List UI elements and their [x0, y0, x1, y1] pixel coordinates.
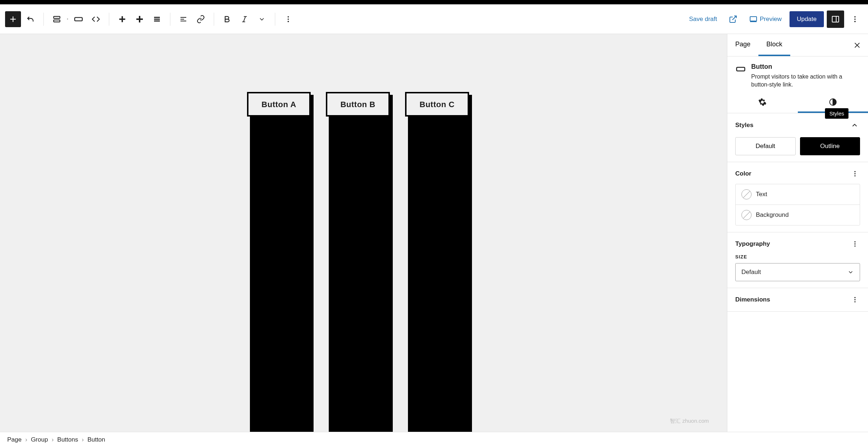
align-left-icon — [179, 15, 188, 24]
panel-options[interactable] — [850, 295, 860, 305]
svg-rect-24 — [832, 16, 839, 22]
button-block-b[interactable]: Button B — [326, 92, 390, 432]
svg-point-35 — [854, 175, 855, 176]
color-swatch-empty — [741, 210, 752, 220]
button-block-c[interactable]: Button C — [405, 92, 469, 432]
move-up-button[interactable] — [114, 11, 130, 27]
code-view-button[interactable] — [88, 11, 104, 27]
kebab-icon — [851, 240, 859, 248]
buttons-block[interactable]: Button A Button B Button C — [247, 92, 469, 432]
select-value: Default — [741, 269, 761, 276]
view-page-button[interactable] — [725, 11, 741, 27]
svg-point-41 — [854, 301, 855, 302]
size-label: SIZE — [735, 254, 860, 260]
panel-options[interactable] — [850, 239, 860, 249]
preview-button[interactable]: Preview — [744, 11, 787, 27]
style-outline[interactable]: Outline — [800, 137, 860, 155]
desktop-icon — [749, 15, 758, 24]
button-block-a[interactable]: Button A — [247, 92, 311, 432]
chevron-up-icon — [851, 121, 859, 129]
code-icon — [91, 14, 101, 24]
font-size-select[interactable]: Default — [735, 263, 860, 281]
crumb[interactable]: Buttons — [57, 436, 78, 443]
color-label: Text — [756, 191, 767, 198]
crumb[interactable]: Button — [88, 436, 105, 443]
button-label[interactable]: Button B — [326, 92, 390, 117]
sub-tab-settings[interactable] — [727, 93, 798, 113]
select-parent-button[interactable] — [22, 11, 38, 27]
color-text-row[interactable]: Text — [736, 184, 860, 204]
tab-block[interactable]: Block — [758, 34, 790, 56]
svg-point-27 — [854, 18, 856, 20]
block-name: Button — [751, 63, 860, 71]
separator — [214, 13, 214, 26]
svg-rect-8 — [136, 18, 143, 20]
panel-styles: Styles Styles Default Outline — [727, 113, 868, 162]
sidebar-toggle-button[interactable] — [827, 10, 844, 28]
tab-page[interactable]: Page — [727, 34, 758, 56]
svg-rect-2 — [54, 16, 60, 18]
chevron-down-icon — [847, 269, 854, 275]
gear-icon — [758, 98, 767, 106]
link-icon — [196, 15, 205, 24]
button-block-icon — [735, 64, 746, 75]
update-button[interactable]: Update — [790, 11, 824, 27]
save-draft-button[interactable]: Save draft — [684, 12, 722, 26]
bold-button[interactable] — [219, 11, 235, 27]
button-label[interactable]: Button A — [247, 92, 311, 117]
svg-point-38 — [854, 245, 855, 246]
move-down-button[interactable] — [149, 11, 165, 27]
block-type-icon — [735, 64, 746, 89]
breadcrumb-bar: Page › Group › Buttons › Button — [0, 432, 868, 447]
svg-rect-4 — [75, 17, 82, 21]
style-default[interactable]: Default — [735, 137, 796, 155]
kebab-icon — [284, 15, 292, 23]
drag-handle-button[interactable] — [132, 11, 148, 27]
svg-point-18 — [288, 16, 289, 17]
panel-options[interactable] — [850, 169, 860, 179]
link-button[interactable] — [193, 11, 209, 27]
crumb[interactable]: Page — [7, 436, 22, 443]
italic-button[interactable] — [237, 11, 252, 27]
align-button[interactable] — [175, 11, 191, 27]
panel-heading: Dimensions — [735, 296, 770, 303]
more-formatting-button[interactable] — [254, 11, 270, 27]
kebab-icon — [851, 15, 859, 23]
panel-color: Color Text Background — [727, 162, 868, 232]
block-type-button-icon[interactable] — [71, 11, 86, 27]
editor-canvas[interactable]: Button A Button B Button C 智汇 zhuon.com — [0, 34, 727, 432]
svg-point-39 — [854, 297, 855, 298]
svg-point-36 — [854, 241, 855, 242]
svg-rect-6 — [119, 18, 125, 20]
crumb[interactable]: Group — [31, 436, 48, 443]
editor-options-button[interactable] — [847, 11, 863, 27]
svg-point-34 — [854, 173, 855, 174]
panel-toggle[interactable] — [849, 120, 860, 131]
close-icon — [853, 41, 861, 49]
block-description: Prompt visitors to take action with a bu… — [751, 73, 860, 89]
svg-rect-3 — [54, 20, 60, 22]
color-background-row[interactable]: Background — [736, 204, 860, 225]
svg-line-17 — [243, 16, 246, 22]
button-label[interactable]: Button C — [405, 92, 469, 117]
buttons-block-icon — [52, 14, 61, 24]
block-type-buttons-icon[interactable] — [49, 11, 65, 27]
separator — [109, 13, 109, 26]
color-label: Background — [756, 211, 789, 219]
settings-sidebar: Page Block Button Prompt visitors to tak… — [727, 34, 868, 432]
button-shadow — [329, 95, 393, 432]
crumb-separator: › — [52, 436, 54, 443]
preview-label: Preview — [760, 16, 782, 23]
window-top-bar — [0, 0, 868, 4]
insert-block-button[interactable] — [5, 11, 21, 27]
plus-icon — [8, 14, 18, 24]
kebab-icon — [851, 170, 859, 177]
panel-dimensions: Dimensions — [727, 288, 868, 312]
svg-line-21 — [732, 16, 736, 20]
button-shadow — [408, 95, 472, 432]
styles-tooltip: Styles — [825, 108, 848, 119]
italic-icon — [241, 15, 248, 23]
close-sidebar-button[interactable] — [850, 38, 864, 52]
color-swatch-empty — [741, 189, 752, 199]
block-options-button[interactable] — [280, 11, 296, 27]
